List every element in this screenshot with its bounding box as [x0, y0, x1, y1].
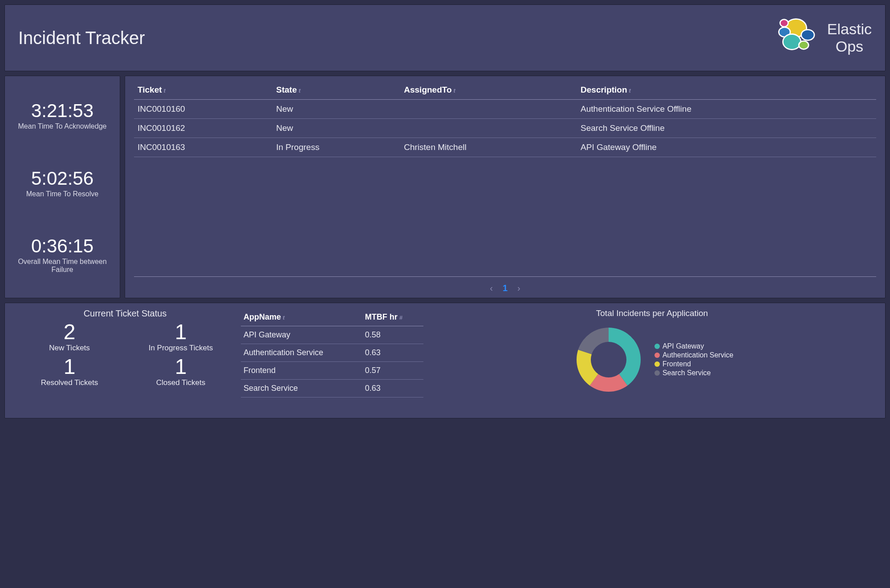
- cell-app: Search Service: [241, 380, 362, 397]
- svg-point-2: [780, 20, 788, 27]
- brand-text: Elastic Ops: [827, 20, 872, 55]
- hash-icon: #: [399, 314, 402, 321]
- brand: Elastic Ops: [770, 12, 872, 63]
- table-row[interactable]: Search Service0.63: [241, 380, 423, 397]
- col-appname[interactable]: AppNamet: [241, 308, 362, 326]
- status-title: Current Ticket Status: [14, 308, 236, 319]
- cell-desc: Authentication Service Offline: [577, 100, 876, 119]
- header-panel: Incident Tracker Elastic Ops: [4, 4, 886, 71]
- col-mtbfhr[interactable]: MTBF hr#: [362, 308, 423, 326]
- cell-state: New: [272, 100, 400, 119]
- status-cell: 2New Tickets: [14, 321, 125, 353]
- status-label: In Progress Tickets: [149, 344, 213, 353]
- metrics-panel: 3:21:53 Mean Time To Acknowledge 5:02:56…: [4, 76, 120, 298]
- pager: ‹ 1 ›: [134, 276, 876, 293]
- sort-icon: t: [299, 87, 301, 94]
- brand-line2: Ops: [827, 38, 872, 55]
- metric-mtbf: 0:36:15 Overall Mean Time between Failur…: [8, 235, 117, 274]
- legend-dot-icon: [654, 344, 660, 349]
- cell-ticket: INC0010160: [134, 100, 272, 119]
- page-number[interactable]: 1: [503, 283, 508, 293]
- legend-label: API Gateway: [662, 342, 704, 350]
- metric-mtta: 3:21:53 Mean Time To Acknowledge: [8, 100, 117, 130]
- legend-label: Authentication Service: [662, 351, 733, 359]
- metric-label: Overall Mean Time between Failure: [8, 258, 117, 274]
- cell-app: Authentication Service: [241, 344, 362, 362]
- cell-state: In Progress: [272, 138, 400, 157]
- mtbf-block: AppNamet MTBF hr# API Gateway0.58Authent…: [241, 308, 423, 397]
- cell-assigned: Christen Mitchell: [400, 138, 577, 157]
- prev-page-icon[interactable]: ‹: [490, 283, 493, 293]
- tickets-panel: Tickett Statet AssignedTot Descriptiont …: [125, 76, 886, 298]
- legend-label: Frontend: [662, 360, 691, 368]
- brand-line1: Elastic: [827, 20, 872, 38]
- sort-icon: t: [283, 314, 284, 321]
- status-block: Current Ticket Status 2New Tickets1In Pr…: [14, 308, 236, 387]
- cell-hr: 0.63: [362, 380, 423, 397]
- sort-icon: t: [454, 87, 455, 94]
- status-num: 2: [64, 321, 76, 343]
- table-row[interactable]: INC0010162NewSearch Service Offline: [134, 119, 876, 138]
- col-description[interactable]: Descriptiont: [577, 81, 876, 100]
- col-state[interactable]: Statet: [272, 81, 400, 100]
- cell-app: API Gateway: [241, 326, 362, 344]
- mtbf-table: AppNamet MTBF hr# API Gateway0.58Authent…: [241, 308, 423, 397]
- metric-label: Mean Time To Resolve: [8, 190, 117, 198]
- status-num: 1: [175, 356, 187, 377]
- cell-ticket: INC0010163: [134, 138, 272, 157]
- cell-assigned: [400, 100, 577, 119]
- table-row[interactable]: API Gateway0.58: [241, 326, 423, 344]
- donut-slice[interactable]: [578, 328, 608, 354]
- legend-item[interactable]: API Gateway: [654, 342, 733, 350]
- sort-icon: t: [164, 87, 166, 94]
- status-cell: 1In Progress Tickets: [125, 321, 236, 353]
- bottom-panel: Current Ticket Status 2New Tickets1In Pr…: [4, 303, 886, 418]
- status-label: Closed Tickets: [156, 378, 206, 387]
- next-page-icon[interactable]: ›: [517, 283, 520, 293]
- metric-mttr: 5:02:56 Mean Time To Resolve: [8, 168, 117, 198]
- donut-chart: [571, 322, 646, 397]
- sort-icon: t: [629, 87, 631, 94]
- metric-value: 0:36:15: [8, 235, 117, 257]
- elastic-logo-icon: [770, 12, 819, 63]
- donut-block: Total Incidents per Application API Gate…: [428, 308, 876, 397]
- table-row[interactable]: INC0010160NewAuthentication Service Offl…: [134, 100, 876, 119]
- cell-desc: API Gateway Offline: [577, 138, 876, 157]
- cell-ticket: INC0010162: [134, 119, 272, 138]
- svg-point-4: [783, 34, 801, 50]
- status-cell: 1Resolved Tickets: [14, 356, 125, 387]
- cell-hr: 0.57: [362, 362, 423, 380]
- cell-desc: Search Service Offline: [577, 119, 876, 138]
- cell-hr: 0.63: [362, 344, 423, 362]
- table-row[interactable]: Frontend0.57: [241, 362, 423, 380]
- cell-hr: 0.58: [362, 326, 423, 344]
- page-title: Incident Tracker: [18, 28, 145, 48]
- legend-label: Search Service: [662, 369, 711, 377]
- metric-value: 5:02:56: [8, 168, 117, 189]
- donut-legend: API GatewayAuthentication ServiceFronten…: [654, 341, 733, 378]
- legend-item[interactable]: Frontend: [654, 360, 733, 368]
- metric-label: Mean Time To Acknowledge: [8, 122, 117, 130]
- table-row[interactable]: INC0010163In ProgressChristen MitchellAP…: [134, 138, 876, 157]
- legend-dot-icon: [654, 370, 660, 376]
- col-ticket[interactable]: Tickett: [134, 81, 272, 100]
- status-num: 1: [64, 356, 76, 377]
- status-label: New Tickets: [49, 344, 90, 353]
- cell-app: Frontend: [241, 362, 362, 380]
- table-row[interactable]: Authentication Service0.63: [241, 344, 423, 362]
- col-assigned[interactable]: AssignedTot: [400, 81, 577, 100]
- legend-item[interactable]: Authentication Service: [654, 351, 733, 359]
- metric-value: 3:21:53: [8, 100, 117, 122]
- legend-dot-icon: [654, 361, 660, 367]
- cell-assigned: [400, 119, 577, 138]
- tickets-table: Tickett Statet AssignedTot Descriptiont …: [134, 81, 876, 157]
- status-cell: 1Closed Tickets: [125, 356, 236, 387]
- svg-point-5: [799, 41, 809, 49]
- legend-dot-icon: [654, 353, 660, 358]
- svg-point-3: [801, 30, 814, 41]
- status-label: Resolved Tickets: [41, 378, 98, 387]
- status-num: 1: [175, 321, 187, 343]
- legend-item[interactable]: Search Service: [654, 369, 733, 377]
- donut-title: Total Incidents per Application: [428, 308, 876, 318]
- cell-state: New: [272, 119, 400, 138]
